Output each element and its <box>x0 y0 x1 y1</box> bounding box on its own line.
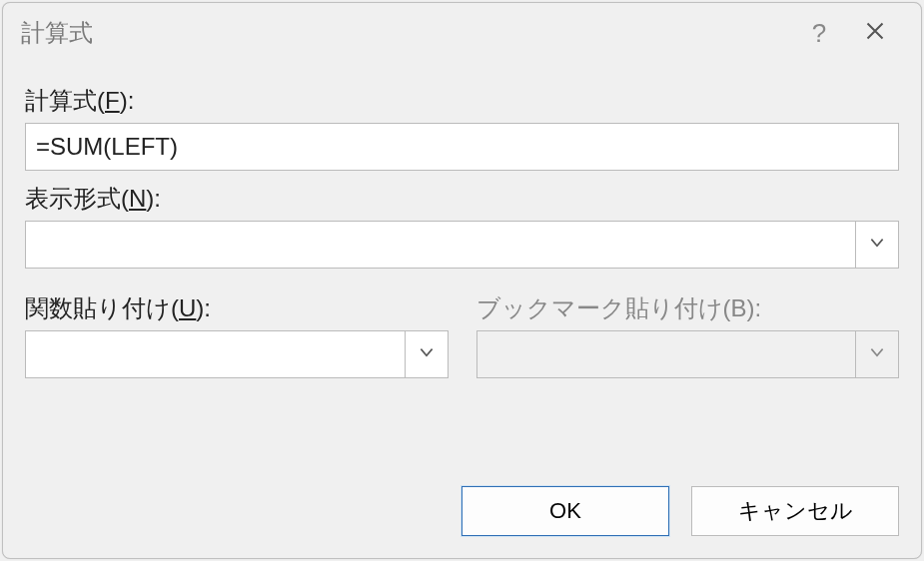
help-button[interactable]: ? <box>791 11 847 55</box>
chevron-down-icon <box>418 343 436 365</box>
paste-function-label-prefix: 関数貼り付け( <box>25 294 179 321</box>
paste-bookmark-label: ブックマーク貼り付け(B): <box>476 292 900 324</box>
titlebar: 計算式 ? <box>3 3 921 59</box>
paste-function-label-mnemonic: U <box>179 294 196 321</box>
help-icon: ? <box>812 18 826 49</box>
bottom-row: 関数貼り付け(U): ブックマーク貼り付け(B): <box>25 280 899 378</box>
number-format-label: 表示形式(N): <box>25 183 899 215</box>
chevron-down-icon <box>868 343 886 365</box>
dialog-title: 計算式 <box>21 17 791 49</box>
number-format-label-prefix: 表示形式( <box>25 185 129 212</box>
paste-function-combo[interactable] <box>25 330 449 378</box>
number-format-input[interactable] <box>25 221 855 269</box>
paste-bookmark-input <box>476 330 856 378</box>
formula-dialog: 計算式 ? 計算式(F): 表示形式(N): <box>2 2 922 559</box>
paste-bookmark-col: ブックマーク貼り付け(B): <box>476 280 900 378</box>
paste-function-label: 関数貼り付け(U): <box>25 292 449 324</box>
cancel-button[interactable]: キャンセル <box>691 486 899 536</box>
formula-input[interactable] <box>25 123 899 171</box>
paste-function-col: 関数貼り付け(U): <box>25 280 449 378</box>
number-format-combo[interactable] <box>25 221 899 269</box>
paste-bookmark-dropdown-button <box>855 330 899 378</box>
dialog-footer: OK キャンセル <box>3 460 921 558</box>
dialog-content: 計算式(F): 表示形式(N): 関数貼り付け(U): <box>3 59 921 460</box>
formula-label-prefix: 計算式( <box>25 87 105 114</box>
close-icon <box>865 21 885 45</box>
chevron-down-icon <box>868 234 886 256</box>
close-button[interactable] <box>847 11 903 55</box>
number-format-label-mnemonic: N <box>129 185 146 212</box>
formula-label: 計算式(F): <box>25 85 899 117</box>
ok-button[interactable]: OK <box>462 486 669 536</box>
paste-function-dropdown-button[interactable] <box>405 330 449 378</box>
paste-function-label-suffix: ): <box>196 294 211 321</box>
formula-label-mnemonic: F <box>105 87 120 114</box>
formula-label-suffix: ): <box>120 87 135 114</box>
paste-bookmark-combo <box>476 330 900 378</box>
paste-function-input[interactable] <box>25 330 405 378</box>
number-format-dropdown-button[interactable] <box>855 221 899 269</box>
number-format-label-suffix: ): <box>146 185 161 212</box>
